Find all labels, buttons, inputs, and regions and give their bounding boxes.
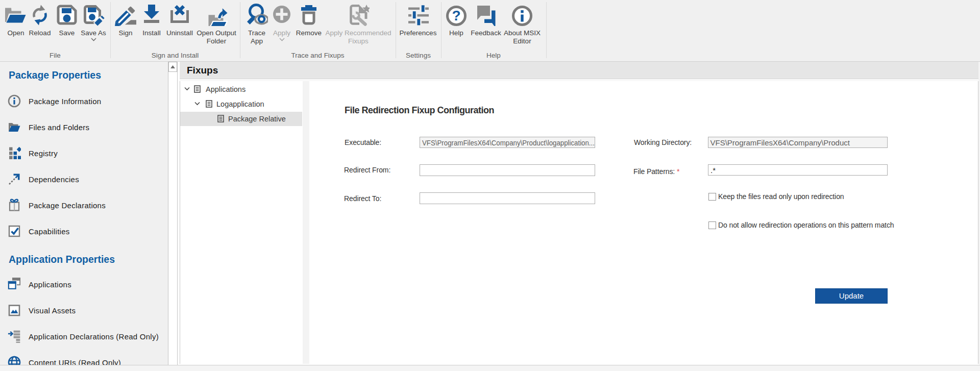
svg-text:?: ? (452, 8, 460, 23)
